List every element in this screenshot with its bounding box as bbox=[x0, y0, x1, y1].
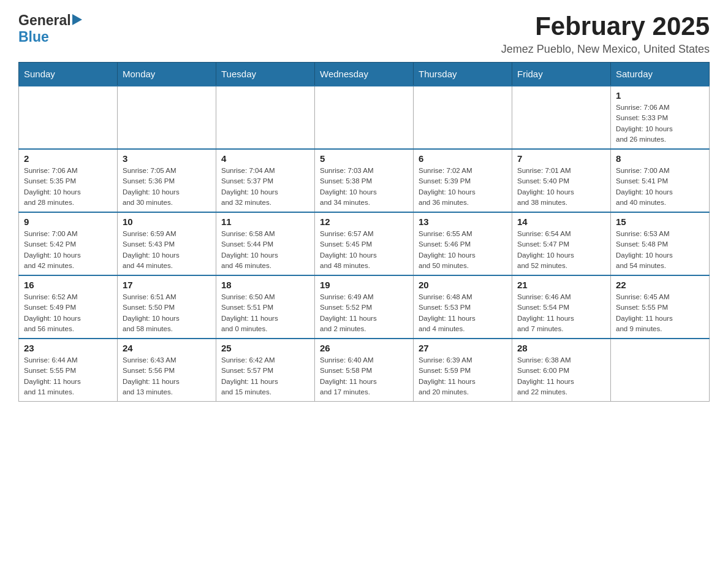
calendar-day-cell: 14Sunrise: 6:54 AMSunset: 5:47 PMDayligh… bbox=[512, 212, 611, 275]
calendar-day-cell: 26Sunrise: 6:40 AMSunset: 5:58 PMDayligh… bbox=[315, 339, 414, 402]
calendar-day-cell: 7Sunrise: 7:01 AMSunset: 5:40 PMDaylight… bbox=[512, 149, 611, 212]
day-number: 17 bbox=[123, 280, 211, 290]
col-thursday: Thursday bbox=[414, 63, 512, 86]
day-sun-info: Sunrise: 6:58 AMSunset: 5:44 PMDaylight:… bbox=[221, 229, 309, 271]
calendar-day-cell: 5Sunrise: 7:03 AMSunset: 5:38 PMDaylight… bbox=[315, 149, 414, 212]
day-sun-info: Sunrise: 7:06 AMSunset: 5:35 PMDaylight:… bbox=[24, 166, 112, 208]
day-number: 19 bbox=[320, 280, 408, 290]
location-subtitle: Jemez Pueblo, New Mexico, United States bbox=[501, 43, 710, 56]
title-section: February 2025 Jemez Pueblo, New Mexico, … bbox=[501, 12, 710, 56]
calendar-day-cell: 27Sunrise: 6:39 AMSunset: 5:59 PMDayligh… bbox=[414, 339, 512, 402]
calendar-day-cell bbox=[118, 86, 216, 149]
calendar-day-cell: 24Sunrise: 6:43 AMSunset: 5:56 PMDayligh… bbox=[118, 339, 216, 402]
day-number: 18 bbox=[221, 280, 309, 290]
day-sun-info: Sunrise: 7:02 AMSunset: 5:39 PMDaylight:… bbox=[419, 166, 507, 208]
logo-arrow-icon bbox=[72, 14, 82, 28]
calendar-week-4: 16Sunrise: 6:52 AMSunset: 5:49 PMDayligh… bbox=[19, 275, 710, 339]
day-sun-info: Sunrise: 6:40 AMSunset: 5:58 PMDaylight:… bbox=[320, 355, 408, 397]
calendar-week-5: 23Sunrise: 6:44 AMSunset: 5:55 PMDayligh… bbox=[19, 339, 710, 402]
day-sun-info: Sunrise: 7:03 AMSunset: 5:38 PMDaylight:… bbox=[320, 166, 408, 208]
day-number: 1 bbox=[616, 90, 704, 101]
day-number: 11 bbox=[221, 216, 309, 227]
day-sun-info: Sunrise: 6:46 AMSunset: 5:54 PMDaylight:… bbox=[517, 292, 605, 334]
calendar-day-cell: 25Sunrise: 6:42 AMSunset: 5:57 PMDayligh… bbox=[216, 339, 315, 402]
day-number: 13 bbox=[419, 216, 507, 227]
calendar-day-cell: 2Sunrise: 7:06 AMSunset: 5:35 PMDaylight… bbox=[19, 149, 118, 212]
logo: General Blue bbox=[18, 12, 82, 45]
calendar-day-cell: 21Sunrise: 6:46 AMSunset: 5:54 PMDayligh… bbox=[512, 275, 611, 339]
calendar-week-2: 2Sunrise: 7:06 AMSunset: 5:35 PMDaylight… bbox=[19, 149, 710, 212]
day-number: 10 bbox=[123, 216, 211, 227]
day-sun-info: Sunrise: 7:00 AMSunset: 5:42 PMDaylight:… bbox=[24, 229, 112, 271]
day-sun-info: Sunrise: 6:50 AMSunset: 5:51 PMDaylight:… bbox=[221, 292, 309, 334]
day-number: 28 bbox=[517, 343, 605, 353]
col-wednesday: Wednesday bbox=[315, 63, 414, 86]
calendar-header-row: Sunday Monday Tuesday Wednesday Thursday… bbox=[19, 63, 710, 86]
day-number: 23 bbox=[24, 343, 112, 353]
calendar-day-cell bbox=[315, 86, 414, 149]
calendar-day-cell bbox=[216, 86, 315, 149]
calendar-day-cell bbox=[414, 86, 512, 149]
day-number: 9 bbox=[24, 216, 112, 227]
day-number: 14 bbox=[517, 216, 605, 227]
calendar-day-cell: 8Sunrise: 7:00 AMSunset: 5:41 PMDaylight… bbox=[611, 149, 710, 212]
day-number: 20 bbox=[419, 280, 507, 290]
calendar-day-cell: 12Sunrise: 6:57 AMSunset: 5:45 PMDayligh… bbox=[315, 212, 414, 275]
col-sunday: Sunday bbox=[19, 63, 118, 86]
day-sun-info: Sunrise: 7:01 AMSunset: 5:40 PMDaylight:… bbox=[517, 166, 605, 208]
col-tuesday: Tuesday bbox=[216, 63, 315, 86]
calendar-day-cell: 16Sunrise: 6:52 AMSunset: 5:49 PMDayligh… bbox=[19, 275, 118, 339]
day-number: 5 bbox=[320, 153, 408, 164]
calendar-day-cell: 19Sunrise: 6:49 AMSunset: 5:52 PMDayligh… bbox=[315, 275, 414, 339]
day-sun-info: Sunrise: 6:39 AMSunset: 5:59 PMDaylight:… bbox=[419, 355, 507, 397]
day-sun-info: Sunrise: 6:57 AMSunset: 5:45 PMDaylight:… bbox=[320, 229, 408, 271]
calendar-day-cell: 4Sunrise: 7:04 AMSunset: 5:37 PMDaylight… bbox=[216, 149, 315, 212]
day-sun-info: Sunrise: 6:55 AMSunset: 5:46 PMDaylight:… bbox=[419, 229, 507, 271]
day-number: 26 bbox=[320, 343, 408, 353]
day-number: 12 bbox=[320, 216, 408, 227]
day-number: 16 bbox=[24, 280, 112, 290]
calendar-day-cell: 17Sunrise: 6:51 AMSunset: 5:50 PMDayligh… bbox=[118, 275, 216, 339]
calendar-day-cell: 3Sunrise: 7:05 AMSunset: 5:36 PMDaylight… bbox=[118, 149, 216, 212]
day-sun-info: Sunrise: 6:53 AMSunset: 5:48 PMDaylight:… bbox=[616, 229, 704, 271]
calendar-table: Sunday Monday Tuesday Wednesday Thursday… bbox=[18, 62, 710, 402]
calendar-day-cell: 18Sunrise: 6:50 AMSunset: 5:51 PMDayligh… bbox=[216, 275, 315, 339]
day-sun-info: Sunrise: 7:05 AMSunset: 5:36 PMDaylight:… bbox=[123, 166, 211, 208]
day-number: 6 bbox=[419, 153, 507, 164]
col-monday: Monday bbox=[118, 63, 216, 86]
day-sun-info: Sunrise: 6:38 AMSunset: 6:00 PMDaylight:… bbox=[517, 355, 605, 397]
day-sun-info: Sunrise: 6:49 AMSunset: 5:52 PMDaylight:… bbox=[320, 292, 408, 334]
calendar-day-cell: 13Sunrise: 6:55 AMSunset: 5:46 PMDayligh… bbox=[414, 212, 512, 275]
calendar-day-cell: 22Sunrise: 6:45 AMSunset: 5:55 PMDayligh… bbox=[611, 275, 710, 339]
day-sun-info: Sunrise: 6:42 AMSunset: 5:57 PMDaylight:… bbox=[221, 355, 309, 397]
calendar-day-cell: 28Sunrise: 6:38 AMSunset: 6:00 PMDayligh… bbox=[512, 339, 611, 402]
day-sun-info: Sunrise: 6:44 AMSunset: 5:55 PMDaylight:… bbox=[24, 355, 112, 397]
day-number: 2 bbox=[24, 153, 112, 164]
calendar-day-cell bbox=[19, 86, 118, 149]
logo-blue-text: Blue bbox=[18, 29, 49, 45]
day-sun-info: Sunrise: 6:43 AMSunset: 5:56 PMDaylight:… bbox=[123, 355, 211, 397]
day-number: 22 bbox=[616, 280, 704, 290]
day-number: 24 bbox=[123, 343, 211, 353]
calendar-day-cell: 10Sunrise: 6:59 AMSunset: 5:43 PMDayligh… bbox=[118, 212, 216, 275]
day-number: 7 bbox=[517, 153, 605, 164]
day-number: 27 bbox=[419, 343, 507, 353]
day-sun-info: Sunrise: 6:48 AMSunset: 5:53 PMDaylight:… bbox=[419, 292, 507, 334]
col-friday: Friday bbox=[512, 63, 611, 86]
day-number: 3 bbox=[123, 153, 211, 164]
day-sun-info: Sunrise: 7:06 AMSunset: 5:33 PMDaylight:… bbox=[616, 102, 704, 145]
day-number: 15 bbox=[616, 216, 704, 227]
day-sun-info: Sunrise: 6:52 AMSunset: 5:49 PMDaylight:… bbox=[24, 292, 112, 334]
day-sun-info: Sunrise: 6:51 AMSunset: 5:50 PMDaylight:… bbox=[123, 292, 211, 334]
calendar-day-cell bbox=[611, 339, 710, 402]
day-sun-info: Sunrise: 6:45 AMSunset: 5:55 PMDaylight:… bbox=[616, 292, 704, 334]
calendar-day-cell: 6Sunrise: 7:02 AMSunset: 5:39 PMDaylight… bbox=[414, 149, 512, 212]
calendar-day-cell bbox=[512, 86, 611, 149]
col-saturday: Saturday bbox=[611, 63, 710, 86]
calendar-week-3: 9Sunrise: 7:00 AMSunset: 5:42 PMDaylight… bbox=[19, 212, 710, 275]
day-sun-info: Sunrise: 7:00 AMSunset: 5:41 PMDaylight:… bbox=[616, 166, 704, 208]
day-sun-info: Sunrise: 6:59 AMSunset: 5:43 PMDaylight:… bbox=[123, 229, 211, 271]
svg-marker-0 bbox=[72, 14, 82, 25]
calendar-day-cell: 23Sunrise: 6:44 AMSunset: 5:55 PMDayligh… bbox=[19, 339, 118, 402]
calendar-day-cell: 20Sunrise: 6:48 AMSunset: 5:53 PMDayligh… bbox=[414, 275, 512, 339]
